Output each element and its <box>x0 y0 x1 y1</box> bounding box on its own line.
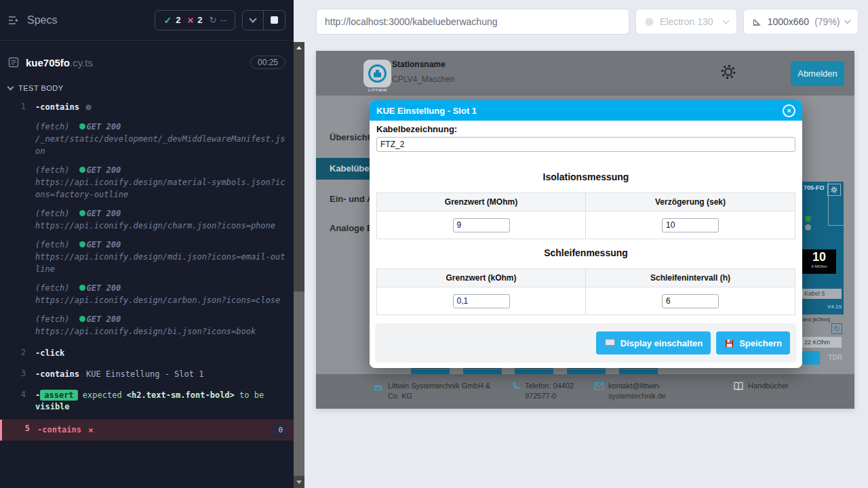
viewport-size-select[interactable]: 1000x660 (79%) <box>743 9 859 35</box>
specs-label[interactable]: Specs <box>27 14 57 26</box>
network-log-row[interactable]: (fetch)GET 200https://api.iconify.design… <box>0 279 294 310</box>
loop-heading: Schleifenmessung <box>370 247 802 258</box>
phone-number: Telefon: 04402 972577-0 <box>525 381 589 401</box>
measurement-label: band [kOhm] <box>799 317 830 323</box>
littwin-logo <box>363 60 391 87</box>
save-button[interactable]: Speichern <box>716 331 790 354</box>
chevron-down-icon <box>7 84 14 91</box>
log-prefix: (fetch) <box>35 209 70 218</box>
command-number: 4 <box>0 390 35 399</box>
manuals-link[interactable]: Handbücher <box>748 381 789 391</box>
measurement-value: 22 KOhm <box>802 337 842 348</box>
log-prefix: (fetch) <box>35 314 70 324</box>
cable-label: Kabel 5 <box>802 289 842 299</box>
insulation-delay-input[interactable] <box>662 218 719 232</box>
scroll-up-arrow[interactable] <box>296 46 302 49</box>
command-row[interactable]: 2 -click <box>0 345 294 362</box>
nav-item-overview[interactable]: Übersicht <box>330 132 370 142</box>
cable-name-input[interactable] <box>376 137 795 152</box>
log-status: GET 200 <box>87 209 121 218</box>
network-log-row[interactable]: (fetch)GET 200https://api.iconify.design… <box>0 204 294 235</box>
spec-file-row[interactable]: kue705fo.cy.ts 00:25 <box>0 50 294 75</box>
email-address[interactable]: kontakt@littwin-systemtechnik.de <box>608 381 686 401</box>
pending-count: -- <box>220 15 226 25</box>
scrollbar-thumb[interactable] <box>294 291 304 476</box>
passed-icon: ✓ <box>163 15 172 26</box>
card-gear-icon[interactable] <box>827 184 841 196</box>
network-log-row[interactable]: (fetch)GET 200https://api.iconify.design… <box>0 235 294 279</box>
settings-gear-icon[interactable] <box>719 63 737 83</box>
log-url: https://api.iconify.design/carbon.json?i… <box>35 294 287 306</box>
status-ok-dot <box>79 210 85 216</box>
pending-icon: ↻ <box>209 15 216 25</box>
tdr-button[interactable]: TDR <box>828 354 842 361</box>
footer-email: kontakt@littwin-systemtechnik.de <box>594 381 686 401</box>
monitor-icon <box>604 338 616 348</box>
cable-card-fragment: 705-FO 10 0 MOhm Kabel 5 V4.19 band [kOh… <box>802 182 844 365</box>
log-url: /_next/static/development/_devMiddleware… <box>35 133 287 157</box>
url-input[interactable] <box>325 16 620 27</box>
reporter-scrollbar[interactable] <box>294 42 304 488</box>
logout-button[interactable]: Abmelden <box>791 61 844 86</box>
command-row[interactable]: 3 -containsKUE Einstellung - Slot 1 <box>0 366 294 383</box>
spec-timer: 00:25 <box>250 56 285 69</box>
network-log-row[interactable]: (fetch)GET 200https://api.iconify.design… <box>0 310 294 341</box>
spec-file-icon <box>8 57 19 68</box>
firmware-version: V4.19 <box>827 304 842 310</box>
floppy-disk-icon <box>724 338 734 348</box>
gear-icon <box>85 103 92 115</box>
failed-command-row[interactable]: 5 -contains×0 <box>0 420 294 441</box>
phone-icon <box>511 382 521 391</box>
footer-company: Littwin Systemtechnik GmbH & Co. KG <box>374 381 499 401</box>
spec-name: kue705fo <box>26 57 70 68</box>
logo-caption: LITTWIN <box>362 88 393 92</box>
display-on-button[interactable]: Display einschalten <box>596 331 711 354</box>
close-icon[interactable]: × <box>783 104 795 117</box>
loop-interval-input[interactable] <box>662 294 719 308</box>
assert-command-row[interactable]: 4 -assert expected <h2.text-sm.font-bold… <box>0 387 294 415</box>
insulation-heading: Isolationsmessung <box>370 171 802 182</box>
chevron-down-icon <box>249 15 256 22</box>
refresh-icon[interactable]: ↻ <box>831 323 842 334</box>
command-name: -click <box>35 348 64 358</box>
loop-table: Grenzwert (kOhm) Schleifenintervall (h) <box>376 268 795 315</box>
scroll-down-arrow[interactable] <box>296 481 302 484</box>
command-row[interactable]: 1 -contains <box>0 99 294 117</box>
display-unit: 0 MOhm <box>802 264 836 268</box>
cypress-reporter-panel: Specs ✓2 ×2 ↻-- kue705fo.cy.ts 00:25 TES… <box>0 0 294 488</box>
log-url: https://api.iconify.design/mdi.json?icon… <box>35 251 287 275</box>
footer-phone: Telefon: 04402 972577-0 <box>511 381 589 401</box>
log-prefix: (fetch) <box>35 240 70 249</box>
ruler-icon <box>752 16 762 27</box>
assert-target: <h2.text-sm.font-bold> <box>127 390 235 400</box>
failed-icon: × <box>187 14 193 26</box>
electron-icon <box>644 17 654 27</box>
network-log-row[interactable]: (fetch)GET 200https://api.iconify.design… <box>0 161 294 204</box>
modal-title: KUE Einstellung - Slot 1 <box>376 106 477 116</box>
cable-card-title: 705-FO <box>804 184 825 191</box>
display-on-label: Display einschalten <box>620 338 703 348</box>
loop-limit-input[interactable] <box>453 294 510 308</box>
status-dot-gray <box>805 224 811 230</box>
network-log-row[interactable]: (fetch)GET 200/_next/static/development/… <box>0 117 294 161</box>
assert-expected: expected <box>83 390 122 400</box>
passed-count: 2 <box>176 15 180 25</box>
card-button-fragment[interactable] <box>802 351 820 365</box>
log-status: GET 200 <box>87 283 121 293</box>
email-icon <box>594 382 604 390</box>
test-body-header[interactable]: TEST BODY <box>8 84 64 92</box>
stop-tests-button[interactable] <box>264 10 285 30</box>
chevron-down-icon <box>723 18 730 24</box>
specs-menu-icon[interactable] <box>8 16 20 25</box>
browser-select[interactable]: Electron 130 <box>635 9 737 35</box>
insulation-limit-input[interactable] <box>453 218 510 232</box>
url-bar[interactable] <box>316 9 629 35</box>
zoom-level: (79%) <box>814 16 840 27</box>
footer-manuals[interactable]: Handbücher <box>733 381 789 391</box>
save-label: Speichern <box>739 338 782 348</box>
modal-header[interactable]: KUE Einstellung - Slot 1 × <box>370 100 802 121</box>
collapse-all-button[interactable] <box>242 10 264 30</box>
modal-footer: Display einschalten Speichern <box>375 323 797 363</box>
column-header: Verzögerung (sek) <box>586 193 795 211</box>
display-value: 10 <box>802 249 836 264</box>
